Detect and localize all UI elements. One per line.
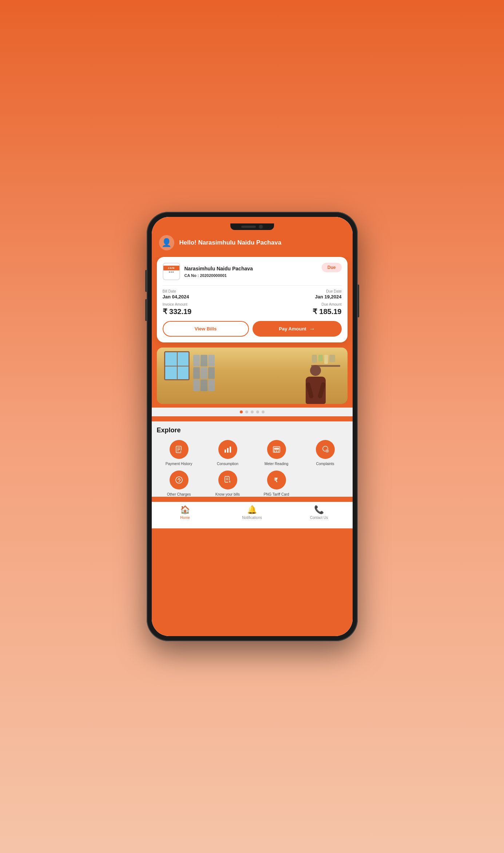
arrow-icon: → [309, 326, 315, 332]
carousel-dot-4[interactable] [256, 410, 259, 413]
nav-contact-us[interactable]: 📞 Contact Us [286, 505, 353, 520]
explore-item-tariff-card[interactable]: ₹ PNG Tariff Card [254, 471, 299, 497]
svg-point-18 [176, 477, 182, 483]
nav-notifications-label: Notifications [242, 516, 262, 520]
explore-item-meter-reading[interactable]: Meter Reading [254, 440, 299, 466]
avatar-icon: 👤 [162, 238, 171, 247]
tile [208, 355, 215, 366]
tariff-card-label: PNG Tariff Card [263, 492, 289, 497]
nav-contact-label: Contact Us [310, 516, 328, 520]
calendar-lines [170, 273, 173, 278]
carousel-dot-1[interactable] [240, 410, 243, 413]
know-bills-icon: ₹ [218, 471, 237, 489]
view-bills-button[interactable]: View Bills [163, 321, 249, 337]
svg-rect-10 [274, 451, 275, 452]
bill-dates: Bill Date Jan 04,2024 Due Date Jan 19,20… [163, 289, 342, 299]
svg-rect-6 [227, 448, 229, 453]
front-camera [259, 225, 263, 229]
power-button [358, 285, 359, 317]
bill-date-group: Bill Date Jan 04,2024 [163, 289, 189, 299]
notification-icon: 🔔 [247, 505, 257, 515]
consumption-label: Consumption [217, 462, 238, 466]
nav-home[interactable]: 🏠 Home [152, 505, 219, 520]
due-date-label: Due Date [315, 289, 341, 293]
bill-card-top: JAN [163, 263, 342, 280]
ca-no-label: CA No : [184, 273, 200, 278]
person-figure [306, 365, 326, 404]
svg-text:₹: ₹ [274, 477, 278, 483]
nav-notifications[interactable]: 🔔 Notifications [219, 505, 286, 520]
due-date-group: Due Date Jan 19,2024 [315, 289, 341, 299]
svg-rect-5 [225, 449, 226, 453]
svg-rect-7 [230, 447, 231, 453]
svg-rect-9 [274, 448, 279, 450]
explore-grid-row2: Other Charges ₹ [157, 471, 348, 497]
pay-amount-button[interactable]: Pay Amount → [253, 321, 342, 337]
svg-rect-4 [179, 450, 182, 452]
shelf-item-4 [329, 355, 335, 362]
other-charges-label: Other Charges [167, 492, 191, 497]
bottom-navigation: 🏠 Home 🔔 Notifications 📞 Contact Us [152, 502, 353, 528]
app-content[interactable]: JAN [152, 257, 353, 636]
meter-reading-label: Meter Reading [265, 462, 289, 466]
phone-wrapper: 👤 Hello! Narasimhulu Naidu Pachava JAN [147, 212, 358, 641]
tile [193, 367, 200, 379]
bill-ca-no: CA No : 202020000001 [184, 273, 253, 278]
due-status-badge: Due [322, 263, 342, 272]
ca-no-value: 202020000001 [200, 273, 226, 278]
wall-tiles [193, 355, 215, 391]
nav-home-label: Home [180, 516, 190, 520]
bill-date-value: Jan 04,2024 [163, 294, 189, 299]
banner-image[interactable] [157, 348, 348, 404]
bill-card: JAN [157, 257, 348, 342]
shelf-item-2 [318, 355, 323, 361]
explore-item-complaints[interactable]: Complaints [303, 440, 348, 466]
complaints-icon [316, 440, 335, 459]
bill-divider [163, 285, 342, 286]
bill-actions: View Bills Pay Amount → [163, 321, 342, 337]
contact-icon: 📞 [314, 505, 324, 515]
carousel-dot-2[interactable] [245, 410, 248, 413]
explore-item-payment-history[interactable]: Payment History [157, 440, 201, 466]
meter-reading-icon [267, 440, 286, 459]
explore-item-know-bills[interactable]: ₹ Know your bills [206, 471, 250, 497]
explore-grid-row1: Payment History Consumption [157, 440, 348, 466]
shelf-item-3 [324, 355, 328, 364]
consumption-icon [218, 440, 237, 459]
explore-title: Explore [157, 426, 348, 434]
know-bills-label: Know your bills [215, 492, 240, 497]
person-body [306, 377, 326, 404]
banner-section [152, 348, 353, 404]
user-avatar[interactable]: 👤 [159, 235, 174, 250]
volume-down-button [145, 299, 147, 321]
due-amount-group: Due Amount ₹ 185.19 [313, 302, 342, 316]
other-charges-icon [170, 471, 188, 489]
payment-history-label: Payment History [166, 462, 192, 466]
home-icon: 🏠 [180, 505, 190, 515]
header-title: Hello! Narasimhulu Naidu Pachava [179, 239, 282, 246]
tile [201, 380, 207, 391]
volume-up-button [145, 270, 147, 292]
app-header: 👤 Hello! Narasimhulu Naidu Pachava [152, 217, 353, 257]
due-amount-value: ₹ 185.19 [313, 307, 342, 316]
shelf-item-1 [312, 355, 317, 363]
due-amount-label: Due Amount [313, 302, 342, 306]
complaints-label: Complaints [316, 462, 334, 466]
explore-item-other-charges[interactable]: Other Charges [157, 471, 201, 497]
person-arm-right [317, 382, 326, 399]
tile [208, 367, 215, 379]
bill-amounts: Invoice Amount ₹ 332.19 Due Amount ₹ 185… [163, 302, 342, 316]
phone-notch [230, 223, 274, 230]
invoice-amount-value: ₹ 332.19 [163, 307, 192, 316]
explore-item-consumption[interactable]: Consumption [206, 440, 250, 466]
shelf-items [311, 355, 340, 364]
phone-screen: 👤 Hello! Narasimhulu Naidu Pachava JAN [152, 217, 353, 636]
tile [201, 367, 207, 379]
carousel-dot-3[interactable] [251, 410, 254, 413]
svg-rect-12 [278, 451, 279, 452]
carousel-dots [152, 408, 353, 416]
due-date-value: Jan 19,2024 [315, 294, 341, 299]
explore-section: Explore [152, 421, 353, 497]
carousel-dot-5[interactable] [262, 410, 265, 413]
window-cross-vertical [177, 352, 178, 379]
